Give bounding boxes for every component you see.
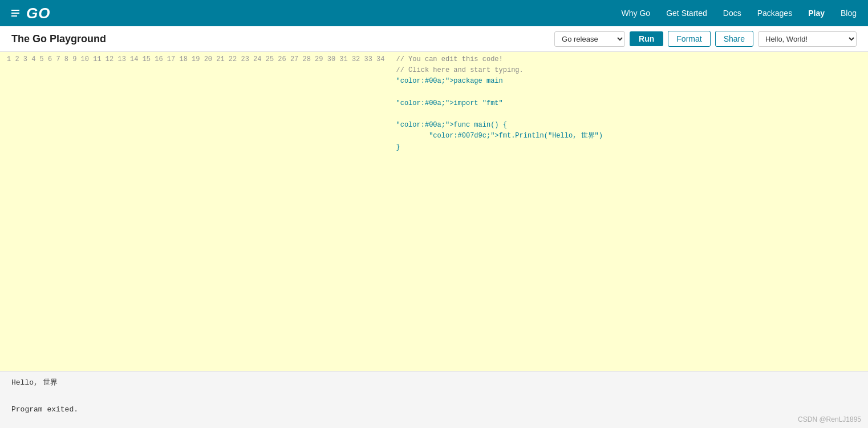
nav-blog[interactable]: Blog [841,9,857,18]
nav-get-started[interactable]: Get Started [666,9,707,18]
navbar: GO Why Go Get Started Docs Packages Play… [0,0,868,26]
output-line-2 [11,389,857,402]
nav-links: Why Go Get Started Docs Packages Play Bl… [622,9,857,18]
run-button[interactable]: Run [630,31,663,46]
nav-play[interactable]: Play [808,9,825,18]
toolbar: Go release Go dev branch Run Format Shar… [554,31,857,47]
nav-docs[interactable]: Docs [723,9,741,18]
subheader: The Go Playground Go release Go dev bran… [0,26,868,52]
line-numbers: 1 2 3 4 5 6 7 8 9 10 11 12 13 14 15 16 1… [0,52,390,371]
watermark: CSDN @RenLJ1895 [798,415,861,423]
logo-lines-icon [11,10,19,17]
output-line-3: Program exited. [11,403,857,416]
logo: GO [11,5,50,22]
template-select[interactable]: Hello, World! Hello, 世界 Fibonacci closur… [758,31,857,47]
logo-text: GO [26,5,50,22]
code-editor[interactable]: // You can edit this code! // Click here… [390,52,868,371]
nav-packages[interactable]: Packages [757,9,792,18]
nav-why-go[interactable]: Why Go [622,9,651,18]
output-area: Hello, 世界 Program exited. [0,371,868,428]
page-title: The Go Playground [11,33,106,45]
editor-area: 1 2 3 4 5 6 7 8 9 10 11 12 13 14 15 16 1… [0,52,868,371]
format-button[interactable]: Format [668,31,710,47]
share-button[interactable]: Share [715,31,753,47]
version-select[interactable]: Go release Go dev branch [554,31,625,47]
output-line-1: Hello, 世界 [11,376,857,389]
